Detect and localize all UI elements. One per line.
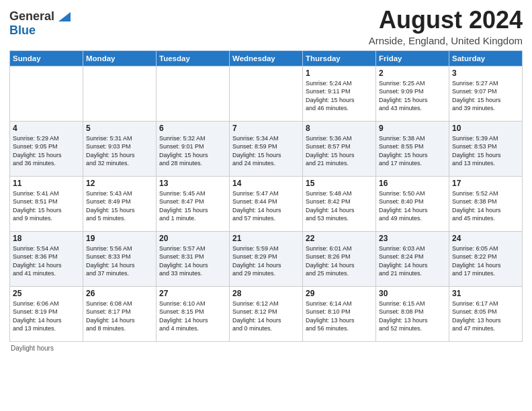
day-info: Sunrise: 5:38 AM Sunset: 8:55 PM Dayligh… xyxy=(379,134,446,168)
day-info: Sunrise: 5:24 AM Sunset: 9:11 PM Dayligh… xyxy=(306,79,373,113)
col-header-thursday: Thursday xyxy=(303,50,376,66)
day-number: 3 xyxy=(452,68,519,78)
day-number: 5 xyxy=(86,124,153,133)
calendar-cell: 5Sunrise: 5:31 AM Sunset: 9:03 PM Daylig… xyxy=(83,121,157,176)
week-row-1: 1Sunrise: 5:24 AM Sunset: 9:11 PM Daylig… xyxy=(10,66,523,121)
day-info: Sunrise: 6:05 AM Sunset: 8:22 PM Dayligh… xyxy=(452,244,519,278)
svg-marker-0 xyxy=(58,12,71,21)
calendar-cell: 25Sunrise: 6:06 AM Sunset: 8:19 PM Dayli… xyxy=(10,286,83,341)
calendar-cell: 22Sunrise: 6:01 AM Sunset: 8:26 PM Dayli… xyxy=(303,231,376,286)
day-number: 8 xyxy=(306,124,373,133)
day-number: 4 xyxy=(13,124,80,133)
day-number: 13 xyxy=(159,179,226,188)
day-number: 12 xyxy=(86,179,153,188)
calendar-cell: 11Sunrise: 5:41 AM Sunset: 8:51 PM Dayli… xyxy=(10,176,83,231)
calendar-cell: 30Sunrise: 6:15 AM Sunset: 8:08 PM Dayli… xyxy=(376,286,449,341)
day-number: 26 xyxy=(86,289,153,298)
logo-icon xyxy=(56,9,71,24)
title-block: August 2024 Arnside, England, United Kin… xyxy=(369,7,523,46)
calendar-cell xyxy=(230,66,303,121)
day-number: 15 xyxy=(306,179,373,188)
calendar-cell: 29Sunrise: 6:14 AM Sunset: 8:10 PM Dayli… xyxy=(303,286,376,341)
day-number: 20 xyxy=(159,234,226,243)
calendar-cell: 19Sunrise: 5:56 AM Sunset: 8:33 PM Dayli… xyxy=(83,231,157,286)
col-header-sunday: Sunday xyxy=(10,50,83,66)
day-number: 22 xyxy=(306,234,373,243)
day-number: 30 xyxy=(379,289,446,298)
day-number: 24 xyxy=(452,234,519,243)
day-info: Sunrise: 5:56 AM Sunset: 8:33 PM Dayligh… xyxy=(86,244,153,278)
calendar-cell: 18Sunrise: 5:54 AM Sunset: 8:36 PM Dayli… xyxy=(10,231,83,286)
day-number: 17 xyxy=(452,179,519,188)
calendar-cell: 26Sunrise: 6:08 AM Sunset: 8:17 PM Dayli… xyxy=(83,286,157,341)
day-info: Sunrise: 6:10 AM Sunset: 8:15 PM Dayligh… xyxy=(159,300,226,333)
day-info: Sunrise: 5:48 AM Sunset: 8:42 PM Dayligh… xyxy=(306,189,373,223)
calendar-cell: 17Sunrise: 5:52 AM Sunset: 8:38 PM Dayli… xyxy=(449,176,523,231)
col-header-saturday: Saturday xyxy=(449,50,523,66)
day-number: 16 xyxy=(379,179,446,188)
calendar-cell xyxy=(83,66,157,121)
calendar-cell: 21Sunrise: 5:59 AM Sunset: 8:29 PM Dayli… xyxy=(230,231,303,286)
calendar-cell: 9Sunrise: 5:38 AM Sunset: 8:55 PM Daylig… xyxy=(376,121,449,176)
day-info: Sunrise: 6:06 AM Sunset: 8:19 PM Dayligh… xyxy=(13,300,80,333)
day-info: Sunrise: 5:41 AM Sunset: 8:51 PM Dayligh… xyxy=(13,189,80,223)
day-info: Sunrise: 6:12 AM Sunset: 8:12 PM Dayligh… xyxy=(232,300,300,333)
calendar-cell: 6Sunrise: 5:32 AM Sunset: 9:01 PM Daylig… xyxy=(157,121,230,176)
day-info: Sunrise: 6:08 AM Sunset: 8:17 PM Dayligh… xyxy=(86,300,153,333)
calendar-cell: 14Sunrise: 5:47 AM Sunset: 8:44 PM Dayli… xyxy=(230,176,303,231)
day-number: 1 xyxy=(306,68,373,78)
month-year: August 2024 xyxy=(369,7,523,34)
calendar-cell: 8Sunrise: 5:36 AM Sunset: 8:57 PM Daylig… xyxy=(303,121,376,176)
week-row-3: 11Sunrise: 5:41 AM Sunset: 8:51 PM Dayli… xyxy=(10,176,523,231)
calendar-cell: 27Sunrise: 6:10 AM Sunset: 8:15 PM Dayli… xyxy=(157,286,230,341)
day-info: Sunrise: 6:03 AM Sunset: 8:24 PM Dayligh… xyxy=(379,244,446,278)
day-number: 10 xyxy=(452,124,519,133)
day-number: 6 xyxy=(159,124,226,133)
calendar-cell: 31Sunrise: 6:17 AM Sunset: 8:05 PM Dayli… xyxy=(449,286,523,341)
calendar-cell: 1Sunrise: 5:24 AM Sunset: 9:11 PM Daylig… xyxy=(303,66,376,121)
week-row-4: 18Sunrise: 5:54 AM Sunset: 8:36 PM Dayli… xyxy=(10,231,523,286)
day-info: Sunrise: 5:47 AM Sunset: 8:44 PM Dayligh… xyxy=(232,189,300,223)
calendar: SundayMondayTuesdayWednesdayThursdayFrid… xyxy=(9,50,523,342)
day-number: 27 xyxy=(159,289,226,298)
footer-note: Daylight hours xyxy=(9,345,523,352)
day-number: 2 xyxy=(379,68,446,78)
calendar-cell: 15Sunrise: 5:48 AM Sunset: 8:42 PM Dayli… xyxy=(303,176,376,231)
day-number: 23 xyxy=(379,234,446,243)
logo-blue: Blue xyxy=(9,24,36,37)
day-info: Sunrise: 6:17 AM Sunset: 8:05 PM Dayligh… xyxy=(452,300,519,333)
calendar-cell: 2Sunrise: 5:25 AM Sunset: 9:09 PM Daylig… xyxy=(376,66,449,121)
day-number: 9 xyxy=(379,124,446,133)
day-number: 25 xyxy=(13,289,80,298)
calendar-cell: 4Sunrise: 5:29 AM Sunset: 9:05 PM Daylig… xyxy=(10,121,83,176)
calendar-cell: 3Sunrise: 5:27 AM Sunset: 9:07 PM Daylig… xyxy=(449,66,523,121)
calendar-cell: 20Sunrise: 5:57 AM Sunset: 8:31 PM Dayli… xyxy=(157,231,230,286)
day-number: 31 xyxy=(452,289,519,298)
calendar-cell: 28Sunrise: 6:12 AM Sunset: 8:12 PM Dayli… xyxy=(230,286,303,341)
calendar-cell: 13Sunrise: 5:45 AM Sunset: 8:47 PM Dayli… xyxy=(157,176,230,231)
day-info: Sunrise: 5:57 AM Sunset: 8:31 PM Dayligh… xyxy=(159,244,226,278)
day-info: Sunrise: 5:39 AM Sunset: 8:53 PM Dayligh… xyxy=(452,134,519,168)
day-info: Sunrise: 5:25 AM Sunset: 9:09 PM Dayligh… xyxy=(379,79,446,113)
calendar-cell xyxy=(157,66,230,121)
day-info: Sunrise: 6:15 AM Sunset: 8:08 PM Dayligh… xyxy=(379,300,446,333)
day-info: Sunrise: 5:34 AM Sunset: 8:59 PM Dayligh… xyxy=(232,134,300,168)
calendar-cell: 24Sunrise: 6:05 AM Sunset: 8:22 PM Dayli… xyxy=(449,231,523,286)
page-container: General Blue August 2024 Arnside, Englan… xyxy=(0,0,532,357)
day-info: Sunrise: 5:29 AM Sunset: 9:05 PM Dayligh… xyxy=(13,134,80,168)
day-info: Sunrise: 5:45 AM Sunset: 8:47 PM Dayligh… xyxy=(159,189,226,223)
calendar-cell: 16Sunrise: 5:50 AM Sunset: 8:40 PM Dayli… xyxy=(376,176,449,231)
logo: General Blue xyxy=(9,9,71,38)
day-number: 19 xyxy=(86,234,153,243)
day-number: 11 xyxy=(13,179,80,188)
calendar-cell: 7Sunrise: 5:34 AM Sunset: 8:59 PM Daylig… xyxy=(230,121,303,176)
day-info: Sunrise: 5:54 AM Sunset: 8:36 PM Dayligh… xyxy=(13,244,80,278)
day-info: Sunrise: 5:43 AM Sunset: 8:49 PM Dayligh… xyxy=(86,189,153,223)
col-header-monday: Monday xyxy=(83,50,157,66)
day-number: 14 xyxy=(232,179,300,188)
calendar-cell: 23Sunrise: 6:03 AM Sunset: 8:24 PM Dayli… xyxy=(376,231,449,286)
week-row-2: 4Sunrise: 5:29 AM Sunset: 9:05 PM Daylig… xyxy=(10,121,523,176)
day-number: 21 xyxy=(232,234,300,243)
day-info: Sunrise: 5:50 AM Sunset: 8:40 PM Dayligh… xyxy=(379,189,446,223)
header: General Blue August 2024 Arnside, Englan… xyxy=(9,7,523,46)
